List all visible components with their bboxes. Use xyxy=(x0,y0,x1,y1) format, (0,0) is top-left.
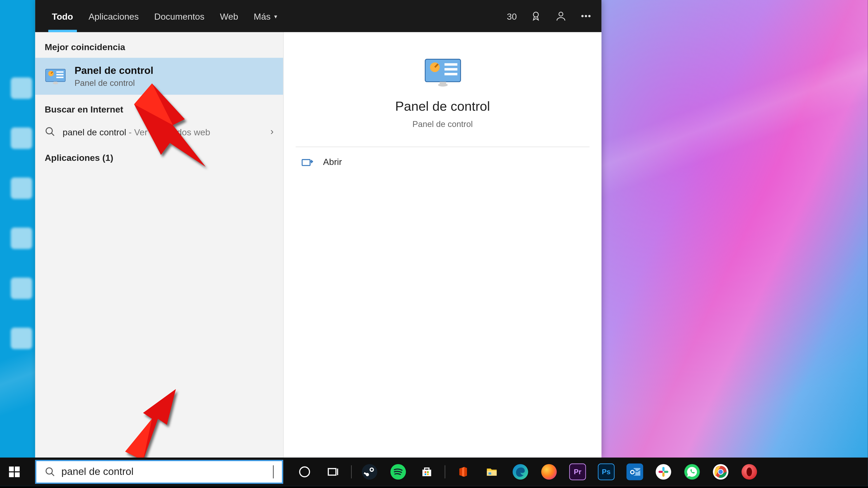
svg-rect-47 xyxy=(662,473,664,477)
best-match-label: Mejor coincidencia xyxy=(35,32,283,58)
search-header: Todo Aplicaciones Documentos Web Más ▾ 3… xyxy=(35,0,601,32)
taskbar-app-photoshop[interactable]: Ps xyxy=(592,457,621,486)
text-caret xyxy=(273,465,274,478)
taskbar-app-firefox[interactable] xyxy=(535,457,563,486)
apps-section-label: Aplicaciones (1) xyxy=(35,143,283,168)
svg-rect-7 xyxy=(56,71,64,73)
start-button[interactable] xyxy=(0,457,29,486)
rewards-points[interactable]: 30 xyxy=(507,11,517,21)
svg-rect-15 xyxy=(444,63,457,66)
start-search-panel: Todo Aplicaciones Documentos Web Más ▾ 3… xyxy=(35,0,601,457)
svg-point-34 xyxy=(371,468,373,471)
windows-logo-icon xyxy=(9,466,20,477)
svg-point-29 xyxy=(46,468,53,474)
taskbar-pinned-apps: Pr Ps xyxy=(290,457,764,486)
cortana-button[interactable] xyxy=(290,457,319,486)
web-result-suffix: - Ver resultados web xyxy=(126,127,210,137)
spotify-icon xyxy=(391,464,406,480)
svg-rect-45 xyxy=(662,467,664,471)
photoshop-icon: Ps xyxy=(598,464,615,480)
svg-rect-19 xyxy=(439,82,446,84)
result-detail-pane: Panel de control Panel de control Abrir xyxy=(284,32,601,457)
detail-title: Panel de control xyxy=(395,99,490,115)
tab-more-label: Más xyxy=(254,11,271,21)
search-icon xyxy=(45,126,55,137)
taskbar-app-file-explorer[interactable] xyxy=(477,457,506,486)
search-internet-label: Buscar en Internet xyxy=(35,95,283,120)
account-icon[interactable] xyxy=(555,10,567,22)
svg-point-1 xyxy=(559,12,563,16)
svg-point-51 xyxy=(718,470,723,474)
svg-rect-25 xyxy=(9,466,14,471)
tab-web[interactable]: Web xyxy=(220,0,238,32)
taskbar-app-steam[interactable] xyxy=(355,457,384,486)
svg-rect-40 xyxy=(487,471,497,476)
open-action[interactable]: Abrir xyxy=(284,147,601,176)
svg-rect-17 xyxy=(444,73,457,75)
svg-point-4 xyxy=(589,15,590,17)
tab-more[interactable]: Más ▾ xyxy=(254,0,277,32)
task-view-icon xyxy=(327,465,340,478)
taskbar-separator xyxy=(351,465,352,478)
svg-rect-20 xyxy=(302,159,310,165)
svg-point-52 xyxy=(747,467,752,476)
taskbar-app-premiere[interactable]: Pr xyxy=(563,457,592,486)
best-match-result[interactable]: Panel de control Panel de control xyxy=(35,58,283,95)
svg-rect-48 xyxy=(658,471,663,473)
chrome-icon xyxy=(713,464,728,480)
control-panel-icon xyxy=(45,66,66,87)
best-match-subtitle: Panel de control xyxy=(74,78,153,88)
taskbar-app-edge[interactable] xyxy=(506,457,535,486)
steam-icon xyxy=(362,464,377,480)
svg-rect-41 xyxy=(489,473,491,475)
control-panel-icon xyxy=(421,56,464,88)
ellipsis-icon[interactable] xyxy=(580,10,592,22)
taskbar-app-slack[interactable] xyxy=(649,457,678,486)
web-result-query: panel de control xyxy=(63,127,126,137)
taskbar: Pr Ps xyxy=(0,457,868,486)
desktop: Todo Aplicaciones Documentos Web Más ▾ 3… xyxy=(0,0,868,486)
svg-rect-27 xyxy=(9,473,14,477)
taskbar-app-spotify[interactable] xyxy=(384,457,412,486)
file-explorer-icon xyxy=(485,465,498,478)
task-view-button[interactable] xyxy=(319,457,348,486)
taskbar-app-microsoft-store[interactable] xyxy=(412,457,441,486)
taskbar-app-outlook[interactable] xyxy=(620,457,649,486)
taskbar-search-box[interactable] xyxy=(35,460,283,484)
chevron-right-icon: › xyxy=(270,126,274,137)
firefox-icon xyxy=(541,464,557,480)
taskbar-separator xyxy=(445,465,445,478)
svg-rect-26 xyxy=(15,466,20,471)
microsoft-store-icon xyxy=(420,465,433,478)
svg-rect-28 xyxy=(15,473,20,477)
taskbar-app-opera[interactable] xyxy=(735,457,764,486)
tab-apps[interactable]: Aplicaciones xyxy=(89,0,139,32)
edge-icon xyxy=(513,464,528,480)
svg-rect-46 xyxy=(664,471,668,473)
tab-documents[interactable]: Documentos xyxy=(154,0,204,32)
svg-point-30 xyxy=(300,467,310,477)
desktop-icons-column xyxy=(11,0,36,457)
svg-rect-8 xyxy=(56,74,64,75)
slack-icon xyxy=(656,464,671,480)
taskbar-app-chrome[interactable] xyxy=(706,457,735,486)
search-icon xyxy=(45,466,55,477)
outlook-icon xyxy=(626,464,643,480)
taskbar-app-whatsapp[interactable] xyxy=(678,457,706,486)
svg-rect-16 xyxy=(444,68,457,70)
premiere-icon: Pr xyxy=(569,464,586,480)
opera-icon xyxy=(741,464,757,480)
taskbar-app-office[interactable] xyxy=(449,457,477,486)
svg-rect-9 xyxy=(56,77,64,78)
whatsapp-icon xyxy=(684,464,700,480)
tab-all[interactable]: Todo xyxy=(52,0,73,32)
svg-rect-38 xyxy=(425,474,426,475)
taskbar-search-input[interactable] xyxy=(61,466,271,478)
svg-point-0 xyxy=(533,12,538,17)
svg-rect-31 xyxy=(328,468,336,475)
svg-point-2 xyxy=(582,15,583,17)
rewards-medal-icon[interactable] xyxy=(530,10,542,22)
web-search-result[interactable]: panel de control - Ver resultados web › xyxy=(35,121,283,143)
best-match-title: Panel de control xyxy=(74,65,153,77)
cortana-icon xyxy=(298,465,311,478)
